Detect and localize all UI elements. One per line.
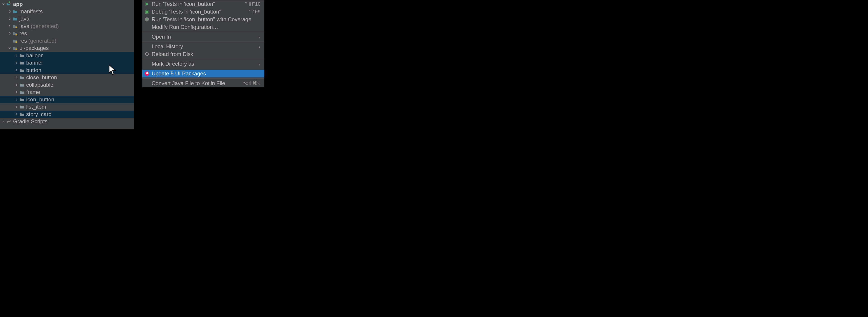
folder-icon — [20, 75, 24, 80]
project-tree-panel: app manifests java java (generated) res — [0, 0, 134, 129]
tree-item-collapsable[interactable]: collapsable — [0, 81, 134, 89]
folder-icon — [20, 104, 24, 109]
menu-item-open-in[interactable]: Open In — [142, 33, 264, 41]
menu-label: Reload from Disk — [152, 51, 260, 57]
menu-item-convert-to-kotlin[interactable]: Convert Java File to Kotlin File ⌥⇧⌘K — [142, 79, 264, 87]
tree-item-java-generated[interactable]: java (generated) — [0, 23, 134, 30]
menu-label: Open In — [152, 34, 257, 40]
svg-rect-1 — [16, 34, 17, 35]
menu-item-local-history[interactable]: Local History — [142, 43, 264, 50]
chevron-right-icon — [8, 17, 12, 21]
chevron-right-icon — [14, 54, 19, 58]
menu-item-debug-tests[interactable]: Debug 'Tests in 'icon_button'' ⌃⇧F9 — [142, 8, 264, 15]
tree-label: balloon — [26, 52, 43, 59]
tree-item-res[interactable]: res — [0, 30, 134, 37]
relay-icon — [145, 71, 149, 76]
folder-icon — [20, 97, 24, 102]
coverage-icon — [145, 17, 149, 22]
submenu-arrow-icon — [257, 43, 260, 50]
chevron-right-icon — [14, 105, 19, 109]
tree-item-icon-button[interactable]: icon_button — [0, 96, 134, 103]
tree-label: close_button — [26, 74, 57, 81]
tree-label: Gradle Scripts — [13, 118, 48, 125]
svg-rect-0 — [16, 27, 17, 28]
menu-label: Run 'Tests in 'icon_button'' — [152, 1, 244, 7]
tree-item-java[interactable]: java — [0, 15, 134, 23]
tree-suffix: (generated) — [31, 23, 59, 29]
menu-item-mark-directory-as[interactable]: Mark Directory as — [142, 60, 264, 68]
tree-label: app — [13, 1, 23, 7]
tree-label: icon_button — [26, 96, 54, 103]
submenu-arrow-icon — [257, 61, 260, 67]
tree-label: story_card — [26, 111, 52, 117]
menu-item-modify-run-config[interactable]: Modify Run Configuration… — [142, 23, 264, 31]
tree-item-manifests[interactable]: manifests — [0, 8, 134, 15]
menu-label: Run 'Tests in 'icon_button'' with Covera… — [152, 16, 260, 23]
folder-res-icon — [13, 38, 18, 43]
svg-rect-2 — [16, 41, 17, 43]
menu-shortcut: ⌃⇧F9 — [247, 9, 260, 15]
menu-label: Mark Directory as — [152, 61, 257, 67]
chevron-right-icon — [14, 75, 19, 79]
tree-label: button — [26, 67, 41, 73]
chevron-right-icon — [8, 9, 12, 13]
chevron-right-icon — [14, 61, 19, 65]
menu-item-reload-from-disk[interactable]: Reload from Disk — [142, 50, 264, 58]
chevron-right-icon — [14, 112, 19, 116]
tree-item-banner[interactable]: banner — [0, 59, 134, 67]
tree-item-app[interactable]: app — [0, 0, 134, 8]
chevron-right-icon — [1, 119, 5, 124]
menu-shortcut: ⌃⇧F10 — [244, 1, 260, 7]
tree-label: ui-packages — [20, 45, 49, 51]
folder-app-icon — [6, 2, 11, 6]
tree-item-frame[interactable]: frame — [0, 89, 134, 96]
tree-label: res — [20, 30, 27, 37]
folder-res-icon — [13, 46, 18, 50]
chevron-right-icon — [14, 83, 19, 87]
run-icon — [145, 2, 149, 6]
folder-icon — [20, 90, 24, 95]
folder-icon — [20, 112, 24, 117]
menu-label: Convert Java File to Kotlin File — [152, 80, 243, 86]
context-menu: Run 'Tests in 'icon_button'' ⌃⇧F10 Debug… — [142, 0, 265, 87]
chevron-right-icon — [8, 31, 12, 35]
tree-item-close-button[interactable]: close_button — [0, 74, 134, 81]
chevron-right-icon — [14, 90, 19, 94]
menu-separator — [142, 59, 264, 59]
folder-icon — [20, 68, 24, 73]
project-tree: app manifests java java (generated) res — [0, 0, 134, 125]
menu-item-update-ui-packages[interactable]: Update 5 UI Packages — [142, 70, 264, 77]
chevron-right-icon — [14, 98, 19, 102]
submenu-arrow-icon — [257, 34, 260, 40]
menu-separator — [142, 41, 264, 42]
menu-shortcut: ⌥⇧⌘K — [243, 80, 260, 86]
menu-label: Debug 'Tests in 'icon_button'' — [152, 8, 247, 15]
folder-res-icon — [13, 31, 18, 36]
tree-label: list_item — [26, 104, 46, 110]
tree-label: manifests — [20, 8, 43, 15]
tree-item-list-item[interactable]: list_item — [0, 103, 134, 111]
menu-item-run-coverage[interactable]: Run 'Tests in 'icon_button'' with Covera… — [142, 15, 264, 23]
tree-item-balloon[interactable]: balloon — [0, 52, 134, 59]
reload-icon — [145, 52, 149, 57]
menu-label: Update 5 UI Packages — [152, 70, 260, 77]
tree-item-gradle-scripts[interactable]: Gradle Scripts — [0, 118, 134, 125]
tree-label: res — [20, 38, 27, 44]
tree-item-button[interactable]: button — [0, 67, 134, 74]
menu-separator — [142, 69, 264, 69]
tree-label: java — [20, 15, 29, 22]
chevron-down-icon — [8, 46, 12, 50]
tree-label: frame — [26, 89, 40, 95]
menu-label: Modify Run Configuration… — [152, 24, 260, 30]
bug-icon — [145, 9, 149, 14]
folder-icon — [13, 16, 18, 21]
tree-item-story-card[interactable]: story_card — [0, 111, 134, 118]
chevron-down-icon — [1, 2, 5, 6]
chevron-right-icon — [8, 24, 12, 28]
folder-icon — [20, 60, 24, 65]
tree-label: banner — [26, 60, 43, 66]
menu-item-run-tests[interactable]: Run 'Tests in 'icon_button'' ⌃⇧F10 — [142, 0, 264, 8]
tree-item-res-generated[interactable]: res (generated) — [0, 37, 134, 45]
tree-item-ui-packages[interactable]: ui-packages — [0, 44, 134, 52]
tree-label: collapsable — [26, 82, 53, 88]
